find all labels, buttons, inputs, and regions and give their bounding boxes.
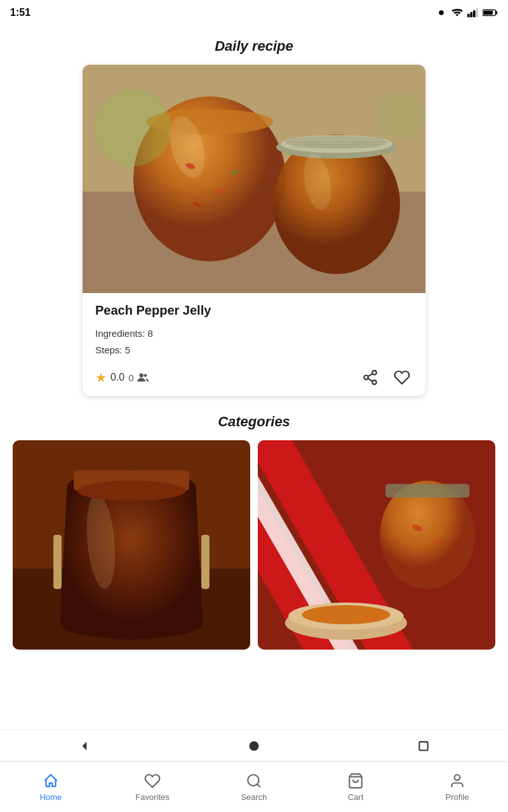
search-icon (246, 773, 262, 789)
rating-value: 0.0 (110, 372, 124, 383)
nav-search-label: Search (241, 792, 267, 802)
steps-label: Steps: (95, 344, 123, 355)
svg-rect-2 (471, 12, 473, 17)
nav-search[interactable]: Search (203, 767, 305, 807)
svg-point-29 (372, 370, 377, 375)
category-img-1 (13, 440, 250, 650)
categories-title: Categories (0, 396, 508, 440)
svg-point-25 (95, 90, 171, 166)
svg-point-40 (77, 480, 186, 501)
recipe-rating: ★ 0.0 0 (95, 370, 149, 385)
svg-rect-3 (473, 10, 476, 17)
home-nav-icon (42, 772, 60, 790)
svg-point-47 (302, 605, 390, 624)
svg-rect-54 (419, 742, 427, 750)
jam-jars-svg (83, 65, 425, 293)
daily-recipe-title: Daily recipe (0, 25, 508, 65)
profile-nav-icon (448, 772, 466, 790)
svg-line-56 (257, 784, 260, 787)
heart-icon (394, 369, 410, 386)
recipe-actions (359, 367, 413, 388)
svg-line-32 (368, 379, 372, 381)
star-icon: ★ (95, 370, 107, 385)
nav-home-label: Home (40, 792, 62, 802)
svg-point-27 (139, 374, 143, 377)
svg-rect-1 (467, 14, 470, 17)
recipe-footer: ★ 0.0 0 (95, 367, 413, 388)
system-nav-bar (0, 730, 508, 761)
categories-grid (0, 440, 508, 662)
ingredients-line: Ingredients: 8 (95, 325, 413, 342)
nav-cart[interactable]: Cart (305, 767, 406, 807)
main-content: Daily recipe (0, 25, 508, 812)
recent-apps-button[interactable] (408, 735, 439, 757)
heart-nav-icon (144, 773, 161, 789)
svg-point-51 (434, 539, 442, 543)
svg-marker-52 (83, 742, 87, 750)
profile-icon (449, 773, 465, 789)
svg-rect-38 (201, 535, 210, 589)
svg-rect-49 (385, 484, 470, 497)
status-time: 1:51 (10, 7, 30, 18)
recipe-meta: Ingredients: 8 Steps: 5 (95, 325, 413, 358)
category-card-2[interactable] (258, 440, 495, 650)
svg-point-53 (249, 741, 258, 750)
steps-count: 5 (125, 344, 130, 355)
status-icons (436, 7, 498, 18)
svg-point-26 (375, 90, 425, 141)
svg-line-33 (368, 374, 372, 376)
home-icon (43, 773, 59, 789)
nav-profile[interactable]: Profile (406, 767, 508, 807)
nav-home[interactable]: Home (0, 767, 102, 807)
ingredients-label: Ingredients: (95, 328, 145, 339)
svg-point-31 (372, 380, 377, 384)
recipe-card-body: Peach Pepper Jelly Ingredients: 8 Steps:… (83, 293, 425, 396)
favorite-button[interactable] (391, 367, 413, 388)
svg-point-58 (455, 775, 460, 780)
svg-rect-6 (483, 11, 493, 15)
users-icon (137, 372, 149, 383)
bottom-nav: Home Favorites Search Cart (0, 761, 508, 812)
recipe-name: Peach Pepper Jelly (95, 303, 413, 318)
recipe-card[interactable]: Peach Pepper Jelly Ingredients: 8 Steps:… (83, 65, 425, 396)
svg-point-28 (144, 374, 147, 377)
svg-point-0 (439, 10, 444, 15)
cart-nav-icon (347, 772, 364, 790)
ingredients-count: 8 (148, 328, 153, 339)
nav-profile-label: Profile (446, 792, 469, 802)
steps-line: Steps: 5 (95, 342, 413, 358)
category-card-1[interactable] (13, 440, 250, 650)
recipe-image-visual (83, 65, 425, 293)
category-img-2 (258, 440, 495, 650)
share-icon (362, 369, 378, 386)
home-system-button[interactable] (238, 735, 270, 757)
nav-favorites[interactable]: Favorites (102, 767, 203, 807)
status-bar: 1:51 (0, 0, 508, 25)
notification-icon (436, 7, 447, 18)
share-button[interactable] (359, 367, 381, 388)
nav-favorites-label: Favorites (135, 792, 169, 802)
battery-icon (483, 8, 498, 17)
favorites-nav-icon (144, 772, 161, 790)
wifi-icon (451, 8, 464, 18)
svg-rect-4 (476, 8, 479, 17)
nav-cart-label: Cart (348, 792, 364, 802)
recent-apps-icon (417, 740, 430, 752)
cart-icon (347, 773, 364, 789)
recipe-image (83, 65, 425, 293)
svg-point-30 (364, 376, 368, 380)
signal-icon (467, 8, 479, 18)
back-icon (78, 740, 91, 752)
recipe-users: 0 (128, 372, 149, 383)
back-button[interactable] (69, 735, 100, 757)
search-nav-icon (245, 772, 263, 790)
users-count: 0 (128, 372, 133, 383)
svg-rect-37 (53, 535, 62, 589)
svg-rect-7 (495, 11, 497, 15)
svg-point-55 (248, 775, 258, 785)
home-circle-icon (248, 740, 260, 752)
